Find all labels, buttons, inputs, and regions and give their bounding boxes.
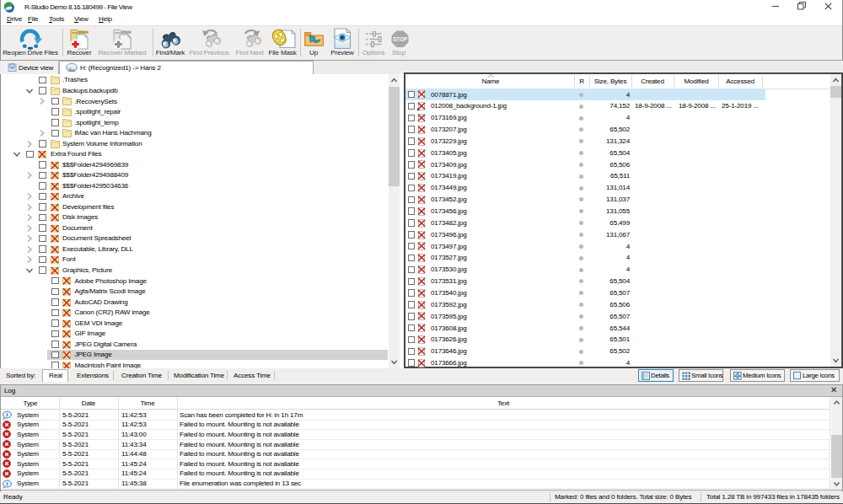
svg-text:i: i xyxy=(7,411,8,418)
svg-text:i: i xyxy=(7,480,8,487)
svg-text:STOP: STOP xyxy=(393,36,407,42)
svg-text:Rec: Rec xyxy=(68,68,76,72)
